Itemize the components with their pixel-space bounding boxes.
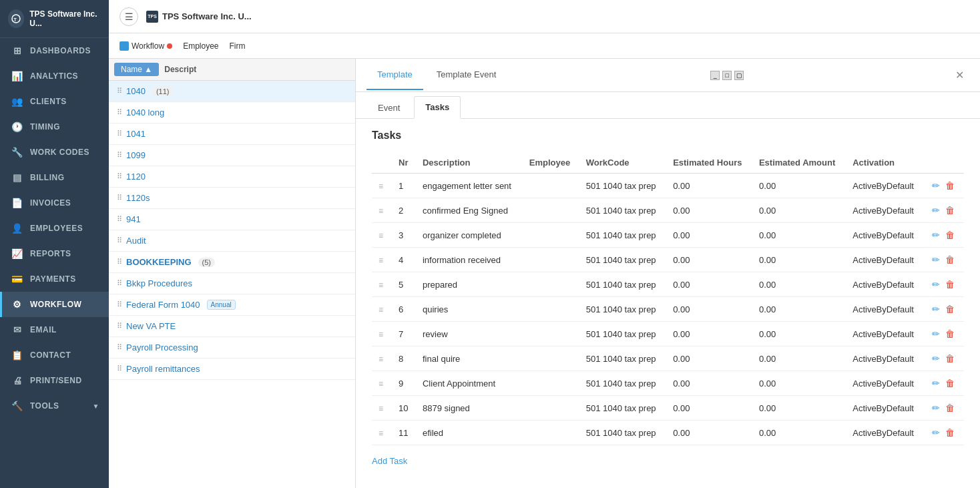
list-item-941[interactable]: ⠿ 941 xyxy=(109,209,355,230)
tab-template-event[interactable]: Template Event xyxy=(426,60,507,90)
subnav-workflow[interactable]: Workflow xyxy=(119,39,172,53)
task-edit-button[interactable]: ✏ xyxy=(931,228,941,242)
sub-tab-event[interactable]: Event xyxy=(366,97,411,118)
list-item-1040-11[interactable]: ⠿ 1040 (11) xyxy=(109,81,355,102)
task-edit-button[interactable]: ✏ xyxy=(931,179,941,192)
col-header-description: Description xyxy=(416,152,523,174)
minimize-button[interactable]: _ xyxy=(710,71,720,80)
task-est-hours: 0.00 xyxy=(666,198,752,223)
list-item-label: New VA PTE xyxy=(126,321,176,331)
task-activation: ActiveByDefault xyxy=(846,346,924,371)
content-area: Name ▲ Descript ⠿ 1040 (11) ⠿ 1040 long … xyxy=(109,59,980,488)
task-activation: ActiveByDefault xyxy=(846,396,924,421)
task-delete-button[interactable]: 🗑 xyxy=(944,377,956,390)
name-sort-button[interactable]: Name ▲ xyxy=(114,63,159,76)
sidebar: T TPS Software Inc. U... ⊞ DASHBOARDS 📊 … xyxy=(0,0,109,488)
task-workcode: 501 1040 tax prep xyxy=(579,322,666,346)
close-button[interactable]: ✕ xyxy=(950,66,969,84)
maximize-button[interactable]: ▢ xyxy=(734,71,744,80)
task-employee xyxy=(523,371,579,396)
list-item-payroll-remittances[interactable]: ⠿ Payroll remittances xyxy=(109,358,355,380)
task-edit-button[interactable]: ✏ xyxy=(931,278,941,291)
list-item-payroll-processing[interactable]: ⠿ Payroll Processing xyxy=(109,337,355,358)
list-item-audit[interactable]: ⠿ Audit xyxy=(109,230,355,252)
sidebar-item-reports[interactable]: 📈 REPORTS xyxy=(0,241,109,266)
list-item-1040-long[interactable]: ⠿ 1040 long xyxy=(109,102,355,124)
drag-handle-icon: ⠿ xyxy=(117,194,122,202)
task-edit-button[interactable]: ✏ xyxy=(931,426,941,439)
task-est-amount: 0.00 xyxy=(752,198,846,223)
col-header-actions xyxy=(924,152,964,174)
task-delete-button[interactable]: 🗑 xyxy=(944,278,956,291)
sidebar-item-billing[interactable]: ▤ BILLING xyxy=(0,165,109,190)
col-header-nr: Nr xyxy=(392,152,416,174)
list-item-1041[interactable]: ⠿ 1041 xyxy=(109,124,355,145)
sidebar-item-analytics[interactable]: 📊 ANALYTICS xyxy=(0,63,109,89)
task-est-hours: 0.00 xyxy=(666,421,752,445)
sidebar-item-contact[interactable]: 📋 CONTACT xyxy=(0,342,109,368)
sidebar-item-employees[interactable]: 👤 EMPLOYEES xyxy=(0,216,109,241)
drag-handle-icon: ⠿ xyxy=(117,130,122,138)
table-row: ≡ 1 engagement letter sent 501 1040 tax … xyxy=(372,174,964,198)
task-description: confirmed Eng Signed xyxy=(416,198,523,223)
subnav-firm[interactable]: Firm xyxy=(230,39,246,53)
task-delete-button[interactable]: 🗑 xyxy=(944,426,956,439)
tab-template[interactable]: Template xyxy=(366,60,423,90)
dashboards-icon: ⊞ xyxy=(11,45,23,57)
task-edit-button[interactable]: ✏ xyxy=(931,327,941,340)
add-task-button[interactable]: Add Task xyxy=(372,451,407,471)
sidebar-item-invoices[interactable]: 📄 INVOICES xyxy=(0,190,109,216)
list-item-1120s[interactable]: ⠿ 1120s xyxy=(109,188,355,209)
task-edit-button[interactable]: ✏ xyxy=(931,253,941,266)
task-actions: ✏ 🗑 xyxy=(924,371,964,396)
sidebar-item-workflow[interactable]: ⚙ WORKFLOW xyxy=(0,292,109,317)
task-nr: 1 xyxy=(392,174,416,198)
task-edit-button[interactable]: ✏ xyxy=(931,204,941,217)
task-actions: ✏ 🗑 xyxy=(924,174,964,198)
list-item-new-va-pte[interactable]: ⠿ New VA PTE xyxy=(109,316,355,337)
list-item-bkkp-procedures[interactable]: ⠿ Bkkp Procedures xyxy=(109,273,355,294)
restore-button[interactable]: □ xyxy=(722,71,732,80)
list-item-1099[interactable]: ⠿ 1099 xyxy=(109,145,355,166)
menu-button[interactable]: ☰ xyxy=(119,7,138,26)
list-item-1120[interactable]: ⠿ 1120 xyxy=(109,166,355,188)
col-header-est-amount: Estimated Amount xyxy=(752,152,846,174)
task-delete-button[interactable]: 🗑 xyxy=(944,253,956,266)
drag-handle-icon: ⠿ xyxy=(117,108,122,117)
task-employee xyxy=(523,248,579,272)
subnav-employee-label: Employee xyxy=(183,41,218,51)
task-delete-button[interactable]: 🗑 xyxy=(944,327,956,340)
task-delete-button[interactable]: 🗑 xyxy=(944,179,956,192)
sidebar-item-dashboards[interactable]: ⊞ DASHBOARDS xyxy=(0,38,109,63)
table-row: ≡ 3 organizer completed 501 1040 tax pre… xyxy=(372,223,964,248)
task-edit-button[interactable]: ✏ xyxy=(931,401,941,415)
task-description: review xyxy=(416,322,523,346)
sidebar-item-timing[interactable]: 🕐 TIMING xyxy=(0,114,109,140)
detail-panel: Template Template Event _ □ ▢ ✕ Event xyxy=(356,59,980,488)
sidebar-item-tools[interactable]: 🔨 TOOLS ▼ xyxy=(0,393,109,419)
task-delete-button[interactable]: 🗑 xyxy=(944,401,956,415)
sidebar-item-label: DASHBOARDS xyxy=(30,46,91,55)
task-drag-handle: ≡ xyxy=(372,322,392,346)
task-workcode: 501 1040 tax prep xyxy=(579,198,666,223)
sidebar-item-email[interactable]: ✉ EMAIL xyxy=(0,317,109,342)
task-delete-button[interactable]: 🗑 xyxy=(944,228,956,242)
task-delete-button[interactable]: 🗑 xyxy=(944,204,956,217)
sub-tab-tasks[interactable]: Tasks xyxy=(414,96,461,119)
task-activation: ActiveByDefault xyxy=(846,272,924,297)
sidebar-item-clients[interactable]: 👥 CLIENTS xyxy=(0,89,109,114)
task-workcode: 501 1040 tax prep xyxy=(579,174,666,198)
task-edit-button[interactable]: ✏ xyxy=(931,377,941,390)
list-item-bookkeeping[interactable]: ⠿ BOOKKEEPING (5) xyxy=(109,252,355,273)
sidebar-item-print-send[interactable]: 🖨 PRINT/SEND xyxy=(0,368,109,393)
task-delete-button[interactable]: 🗑 xyxy=(944,302,956,316)
list-item-federal-form-1040[interactable]: ⠿ Federal Form 1040 Annual xyxy=(109,294,355,316)
sidebar-item-label: WORKFLOW xyxy=(30,300,81,309)
task-edit-button[interactable]: ✏ xyxy=(931,352,941,365)
task-delete-button[interactable]: 🗑 xyxy=(944,352,956,365)
task-drag-handle: ≡ xyxy=(372,346,392,371)
sidebar-item-payments[interactable]: 💳 PAYMENTS xyxy=(0,266,109,292)
sidebar-item-work-codes[interactable]: 🔧 WORK CODES xyxy=(0,140,109,165)
task-edit-button[interactable]: ✏ xyxy=(931,302,941,316)
subnav-employee[interactable]: Employee xyxy=(183,39,218,53)
